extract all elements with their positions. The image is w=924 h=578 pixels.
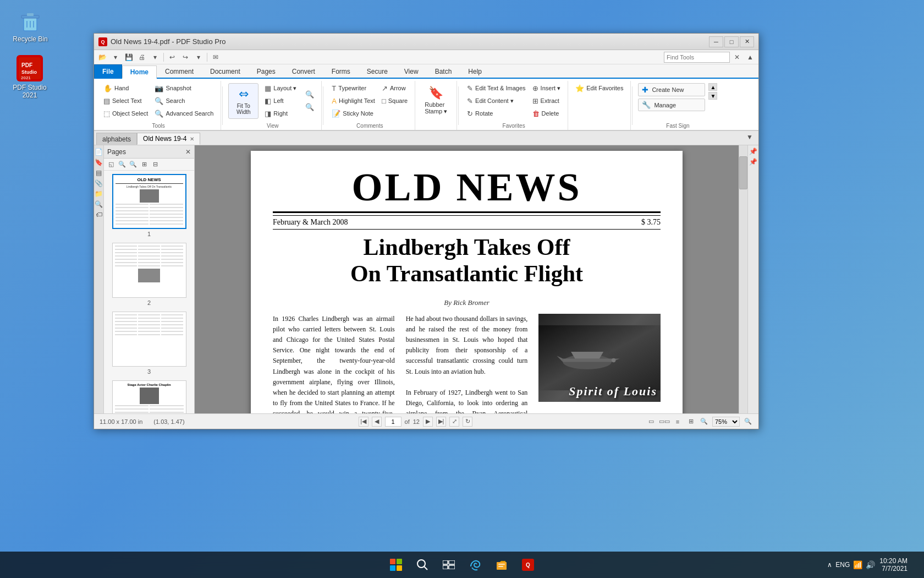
sticky-note-button[interactable]: 📝 Sticky Note [329, 107, 378, 119]
taskbar-taskview[interactable] [437, 553, 461, 577]
side-icon-pages[interactable]: 📄 [95, 148, 103, 156]
scrollbar-thumb[interactable] [739, 156, 747, 189]
qt-more[interactable]: ▾ [193, 52, 205, 63]
tab-pages[interactable]: Pages [249, 64, 284, 78]
pages-tb-1[interactable]: ◱ [106, 160, 116, 170]
left-button[interactable]: ◧ Left [262, 95, 299, 107]
edit-favorites-button[interactable]: ⭐ Edit Favorites [573, 82, 626, 94]
zoom-in-btn[interactable]: 🔍 [302, 89, 317, 101]
layout-button[interactable]: ▦ Layout ▾ [262, 82, 299, 94]
snapshot-button[interactable]: 📷 Snapshot [152, 82, 216, 94]
find-tools-expand[interactable]: ▲ [744, 52, 756, 63]
tab-view[interactable]: View [396, 64, 427, 78]
fast-sign-scroll-up[interactable]: ▲ [708, 83, 717, 91]
highlight-text-button[interactable]: A Highlight Text [329, 95, 378, 107]
square-button[interactable]: □ Square [379, 95, 410, 107]
recycle-bin-icon[interactable]: Recycle Bin [11, 11, 50, 43]
right-icon-1[interactable]: 📌 [749, 148, 758, 156]
print-arrow[interactable]: ▾ [149, 52, 161, 63]
fast-sign-scroll-down[interactable]: ▼ [708, 92, 717, 100]
open-button[interactable]: 📂 [96, 52, 108, 63]
right-icon-2[interactable]: 📌 [749, 158, 758, 167]
pages-tb-5[interactable]: ⊟ [150, 160, 160, 170]
extract-button[interactable]: ⊞ Extract [530, 95, 564, 107]
page-thumb-1[interactable]: OLD NEWS Lindbergh Takes Off On Transatl… [107, 174, 191, 237]
pages-tb-3[interactable]: 🔍 [128, 160, 138, 170]
redo-button[interactable]: ↪ [179, 52, 191, 63]
tab-document[interactable]: Document [202, 64, 249, 78]
tab-old-news-close[interactable]: ✕ [190, 136, 194, 142]
typewriter-button[interactable]: T Typewriter [329, 82, 378, 94]
tab-comment[interactable]: Comment [157, 64, 202, 78]
side-icon-tag[interactable]: 🏷 [95, 210, 103, 219]
create-new-button[interactable]: ✚ Create New [638, 83, 705, 96]
tabs-arrow[interactable]: ▼ [746, 133, 753, 141]
pages-tb-4[interactable]: ⊞ [139, 160, 149, 170]
page-thumb-2[interactable]: 2 [107, 243, 191, 306]
manage-button[interactable]: 🔧 Manage [638, 99, 705, 111]
fit-to-width-button[interactable]: ⇔ Fit ToWidth [228, 83, 258, 119]
windows-start-button[interactable] [384, 553, 408, 577]
side-icon-search2[interactable]: 🔍 [95, 200, 103, 209]
taskbar-pdfstudio[interactable]: Q [516, 553, 540, 577]
find-tools-input[interactable] [664, 52, 730, 63]
hand-button[interactable]: ✋ Hand [101, 82, 151, 94]
find-tools-close[interactable]: ✕ [731, 52, 743, 63]
taskbar-search[interactable] [410, 553, 435, 577]
view-spread[interactable]: ⊞ [686, 417, 696, 427]
tab-alphabets[interactable]: alphabets [96, 133, 137, 145]
tab-help[interactable]: Help [460, 64, 490, 78]
pages-panel-close-btn[interactable]: ✕ [185, 148, 191, 156]
right-button[interactable]: ◨ Right [262, 107, 299, 119]
taskbar-fileexplorer[interactable] [490, 553, 514, 577]
pages-tb-2[interactable]: 🔍 [117, 160, 127, 170]
rubber-stamp-button[interactable]: 🔖 RubberStamp ▾ [420, 82, 452, 119]
tab-secure[interactable]: Secure [359, 64, 396, 78]
taskbar-time[interactable]: 10:20 AM 7/7/2021 [879, 557, 908, 572]
taskbar-edge[interactable] [463, 553, 487, 577]
side-icon-bookmark[interactable]: 🔖 [95, 158, 103, 167]
zoom-in-status[interactable]: 🔍 [743, 417, 753, 427]
tab-home[interactable]: Home [122, 66, 157, 79]
view-single[interactable]: ▭ [646, 417, 656, 427]
nav-fit[interactable]: ⤢ [449, 417, 459, 427]
nav-last[interactable]: ▶| [436, 417, 446, 427]
tab-convert[interactable]: Convert [284, 64, 323, 78]
delete-button[interactable]: 🗑 Delete [530, 107, 564, 119]
advanced-search-button[interactable]: 🔍 Advanced Search [152, 107, 216, 119]
close-button[interactable]: ✕ [740, 36, 754, 47]
qt-arrow1[interactable]: ▾ [109, 52, 122, 63]
email-button[interactable]: ✉ [210, 52, 222, 63]
nav-refresh[interactable]: ↻ [463, 417, 472, 427]
rotate-button[interactable]: ↻ Rotate [464, 107, 529, 119]
page-thumb-4[interactable]: Stage Actor Charlie Chaplin 4 [107, 380, 191, 413]
arrow-button[interactable]: ↗ Arrow [379, 82, 410, 94]
nav-first[interactable]: |◀ [359, 417, 369, 427]
edit-content-button[interactable]: ✎ Edit Content ▾ [464, 95, 529, 107]
edit-text-button[interactable]: ✎ Edit Text & Images [464, 82, 529, 94]
view-double[interactable]: ▭▭ [659, 417, 669, 427]
minimize-button[interactable]: ─ [709, 36, 723, 47]
zoom-out-btn[interactable]: 🔍 [302, 101, 317, 113]
pdfstudio-icon[interactable]: PDF Studio 2021 PDF Studio 2021 [8, 55, 52, 99]
search-button[interactable]: 🔍 Search [152, 95, 216, 107]
nav-prev[interactable]: ◀ [372, 417, 382, 427]
maximize-button[interactable]: □ [724, 36, 739, 47]
save-button[interactable]: 💾 [123, 52, 135, 63]
object-select-button[interactable]: ⬚ Object Select [101, 107, 151, 119]
view-scroll[interactable]: ≡ [673, 417, 683, 427]
zoom-select[interactable]: 75% 100% 125% 150% [712, 417, 740, 427]
tab-batch[interactable]: Batch [427, 64, 460, 78]
side-icon-attachments[interactable]: 📎 [95, 179, 103, 188]
tab-file[interactable]: File [94, 64, 122, 78]
tab-old-news[interactable]: Old News 19-4 ✕ [137, 133, 200, 145]
systray-up-arrow[interactable]: ∧ [827, 561, 832, 569]
systray-volume[interactable]: 🔊 [866, 560, 875, 569]
tab-forms[interactable]: Forms [323, 64, 359, 78]
insert-button[interactable]: ⊕ Insert ▾ [530, 82, 564, 94]
systray-wifi[interactable]: 📶 [853, 560, 862, 569]
print-button[interactable]: 🖨 [136, 52, 148, 63]
nav-next[interactable]: ▶ [423, 417, 433, 427]
page-thumb-3[interactable]: 3 [107, 312, 191, 375]
zoom-out-status[interactable]: 🔍 [699, 417, 709, 427]
